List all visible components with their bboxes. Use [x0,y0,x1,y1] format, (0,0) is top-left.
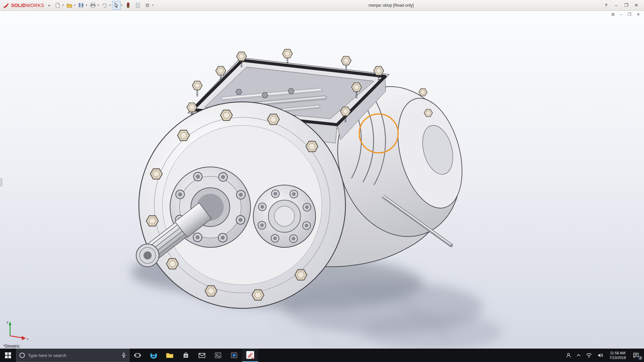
rebuild-traffic-light-icon [126,2,130,8]
app-icon [230,352,238,359]
store-button[interactable] [178,349,194,362]
save-button[interactable] [77,1,86,10]
hex-bolt [424,109,432,117]
mail-icon [198,352,206,359]
store-icon [182,352,190,359]
solidworks-window: SOLIDWORKS ▸ ▾ ▾ ▾ [0,0,644,362]
hidden-icons-button[interactable] [574,349,583,362]
pinned-app-2-button[interactable] [226,349,242,362]
new-document-icon [55,2,60,8]
undo-icon [102,2,108,8]
print-button[interactable] [89,1,97,10]
view-orientation-label: *Dimetric [3,344,20,349]
open-button[interactable] [65,1,74,10]
mail-button[interactable] [194,349,210,362]
save-icon [78,2,84,8]
console-icon [214,352,222,359]
chevron-up-icon [576,353,581,357]
start-button[interactable] [0,349,16,362]
solidworks-logo: SOLIDWORKS [3,2,44,9]
volume-button[interactable] [595,349,606,362]
pinned-app-1-button[interactable] [210,349,226,362]
print-icon [90,2,96,8]
new-document-button[interactable] [53,1,62,10]
file-explorer-button[interactable] [162,349,178,362]
action-center-button[interactable]: 3 [629,349,644,362]
notification-badge: 3 [638,356,643,360]
titlebar: SOLIDWORKS ▸ ▾ ▾ ▾ [0,0,644,11]
window-controls: ? – ❐ ✕ [601,0,641,10]
taskbar-search[interactable] [16,349,129,362]
document-window-controls: ⊞ – ❐ ✕ [611,12,640,17]
microphone-icon[interactable] [121,352,126,358]
taskbar-clock[interactable]: 11:58 AM 7/13/2018 [606,349,629,362]
select-cursor-icon [114,3,119,8]
edge-button[interactable] [146,349,162,362]
taskbar: 2017 [0,349,644,362]
graphics-viewport[interactable]: ⊞ – ❐ ✕ x y *Dimetric [0,11,644,349]
cortana-icon [19,352,25,358]
document-title: menjac sklop [Read-only] [369,3,414,8]
wifi-icon [586,353,592,358]
people-icon [566,352,572,358]
panel-collapse-tab[interactable] [0,178,2,186]
triad-x-label: x [27,337,29,341]
edge-icon [150,351,158,359]
system-tray: 11:58 AM 7/13/2018 3 [563,349,644,362]
brand-text: SOLIDWORKS [11,2,44,8]
undo-caret[interactable]: ▾ [109,4,111,7]
solidworks-swoosh-icon [3,2,9,9]
minimize-button[interactable]: – [611,0,621,10]
solidworks-version-label: 2017 [251,357,256,359]
save-caret[interactable]: ▾ [86,4,87,7]
network-button[interactable] [583,349,595,362]
windows-logo-icon [5,352,11,358]
undo-button[interactable] [100,1,109,10]
options-gear-icon: ⚙ [145,3,150,8]
tile-windows-icon[interactable]: ⊞ [611,12,614,17]
solidworks-taskbar-button[interactable]: 2017 [242,349,258,362]
3d-model-canvas[interactable] [0,11,644,349]
speaker-icon [597,353,604,358]
menu-expand-arrow[interactable]: ▸ [47,3,52,8]
options-button[interactable]: ⚙ [143,1,152,10]
doc-close-icon[interactable]: ✕ [637,12,640,17]
open-folder-icon [66,2,72,8]
stud-bolt [282,49,292,64]
options-caret[interactable]: ▾ [152,4,154,7]
triad-y-label: y [7,320,8,324]
stud-bolt [192,81,202,96]
clock-date: 7/13/2018 [609,355,626,360]
rebuild-button[interactable] [124,1,132,10]
select-button[interactable] [112,1,121,10]
task-view-button[interactable] [129,349,146,362]
new-document-caret[interactable]: ▾ [62,4,64,7]
help-button[interactable]: ? [601,0,611,10]
task-view-icon [134,352,141,359]
doc-minimize-icon[interactable]: – [620,12,622,17]
file-properties-button[interactable] [133,1,142,10]
hex-bolt [419,88,427,96]
doc-restore-icon[interactable]: ❐ [628,12,631,17]
clock-time: 11:58 AM [610,351,626,355]
search-input[interactable] [28,353,118,358]
file-properties-icon [135,2,141,8]
orientation-triad: x y [2,318,31,343]
people-button[interactable] [563,349,574,362]
close-button[interactable]: ✕ [631,0,641,10]
open-caret[interactable]: ▾ [74,4,75,7]
maximize-button[interactable]: ❐ [621,0,631,10]
file-explorer-icon [166,352,174,359]
secondary-hub [253,185,316,247]
print-caret[interactable]: ▾ [98,4,99,7]
select-caret[interactable]: ▾ [121,4,122,7]
